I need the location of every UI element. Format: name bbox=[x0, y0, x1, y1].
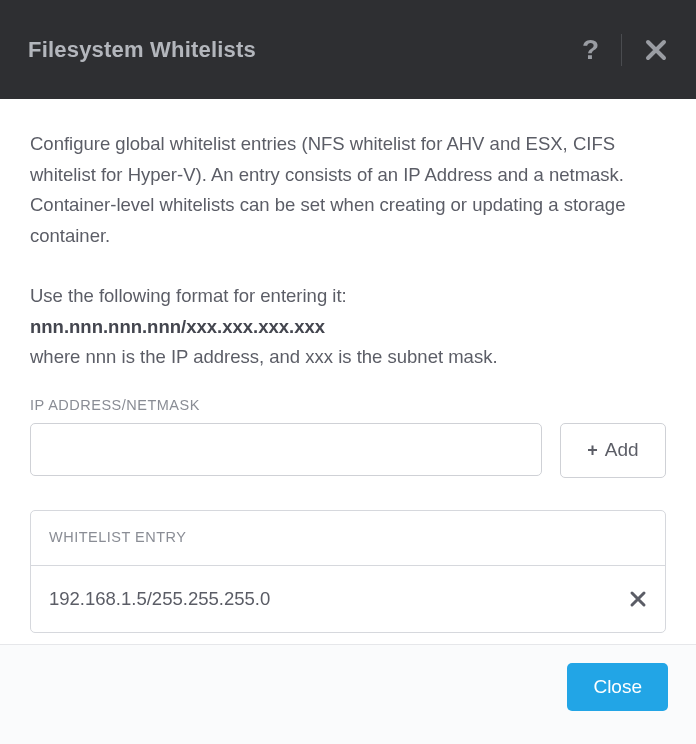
description-text: Configure global whitelist entries (NFS … bbox=[30, 129, 666, 251]
add-button[interactable]: + Add bbox=[560, 423, 666, 478]
plus-icon: + bbox=[587, 440, 598, 461]
whitelist-table-header: WHITELIST ENTRY bbox=[31, 511, 665, 566]
close-button[interactable]: Close bbox=[567, 663, 668, 711]
filesystem-whitelists-dialog: Filesystem Whitelists ? Configure global… bbox=[0, 0, 696, 744]
dialog-footer: Close bbox=[0, 644, 696, 744]
dialog-header: Filesystem Whitelists ? bbox=[0, 0, 696, 99]
whitelist-table: WHITELIST ENTRY 192.168.1.5/255.255.255.… bbox=[30, 510, 666, 633]
dialog-body: Configure global whitelist entries (NFS … bbox=[0, 99, 696, 644]
table-row: 192.168.1.5/255.255.255.0 bbox=[31, 566, 665, 632]
close-icon[interactable] bbox=[622, 38, 668, 62]
ip-address-input[interactable] bbox=[30, 423, 542, 476]
dialog-title: Filesystem Whitelists bbox=[28, 37, 256, 63]
format-note: where nnn is the IP address, and xxx is … bbox=[30, 342, 666, 373]
format-block: Use the following format for entering it… bbox=[30, 281, 666, 373]
input-row: + Add bbox=[30, 423, 666, 478]
ip-address-label: IP ADDRESS/NETMASK bbox=[30, 397, 666, 413]
delete-entry-icon[interactable] bbox=[629, 590, 647, 608]
whitelist-entry-value: 192.168.1.5/255.255.255.0 bbox=[49, 588, 270, 610]
add-button-label: Add bbox=[605, 439, 639, 461]
format-example: nnn.nnn.nnn.nnn/xxx.xxx.xxx.xxx bbox=[30, 312, 666, 343]
help-icon[interactable]: ? bbox=[582, 34, 622, 66]
header-actions: ? bbox=[582, 34, 668, 66]
format-intro: Use the following format for entering it… bbox=[30, 281, 666, 312]
